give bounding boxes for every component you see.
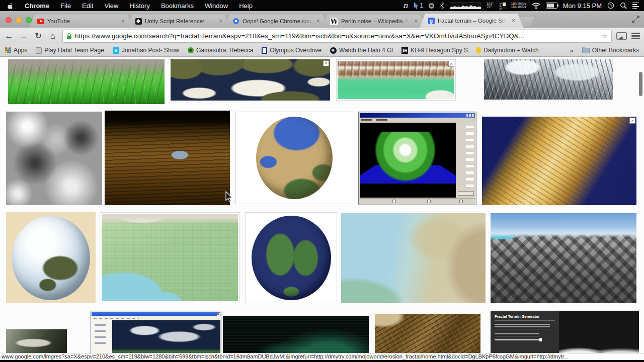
- memory-label: MEM: [499, 2, 502, 10]
- image-result-terrain-generator-app[interactable]: [358, 112, 476, 205]
- image-result-dark-world-map[interactable]: ×: [171, 59, 330, 101]
- image-result-blue-green-globe[interactable]: [246, 212, 337, 303]
- menu-bar-status-area: n 1 101° 79° MEM 189.7KB/s 154.1KB/s: [403, 1, 644, 10]
- status-orb-icon[interactable]: [429, 3, 434, 9]
- bookmark-olympus-overdrive[interactable]: Olympus Overdrive: [262, 47, 321, 54]
- tab-chrome-error[interactable]: Oops! Google Chrome cou ×: [224, 15, 328, 28]
- status-bar: www.google.com/imgres?sa=X&espv=210&es_s…: [0, 353, 644, 360]
- image-result-voxel-block-terrain[interactable]: [491, 213, 636, 303]
- bookmark-gamasutra[interactable]: Gamasutra: Rebecca: [188, 47, 253, 54]
- menu-help[interactable]: Help: [239, 2, 253, 10]
- reload-button[interactable]: ↻: [33, 32, 43, 40]
- image-result-green-topo-map[interactable]: [100, 212, 240, 303]
- tab-fractal-terrain-google[interactable]: g fractal terrain – Google Se ×: [420, 14, 523, 28]
- image-result-pastel-atlas-map[interactable]: [341, 213, 486, 303]
- chrome-menu-icon[interactable]: [631, 33, 640, 39]
- battery-icon[interactable]: [546, 3, 557, 9]
- tab-close-icon[interactable]: ×: [219, 18, 222, 24]
- bookmark-jonathan-post[interactable]: v Jonathan Post- Show: [113, 47, 179, 54]
- close-window-button[interactable]: [6, 17, 12, 23]
- google-icon: g: [428, 17, 435, 24]
- image-result-teal-wireframe-mountain[interactable]: [223, 316, 369, 353]
- mouse-locator-item[interactable]: 1: [414, 2, 424, 9]
- menu-edit[interactable]: Edit: [82, 2, 93, 10]
- image-result-cloudy-planet[interactable]: [6, 212, 96, 303]
- thumbnail-corner-icon[interactable]: ×: [448, 61, 454, 67]
- planet-sphere-art: [256, 117, 333, 199]
- tab-title: fractal terrain – Google Se: [438, 18, 509, 24]
- bookmark-dailymotion[interactable]: Dailymotion – Watch: [476, 47, 539, 54]
- screen-share-icon[interactable]: [616, 32, 627, 40]
- vimeo-icon: v: [113, 47, 119, 54]
- minimize-window-button[interactable]: [16, 17, 22, 23]
- generator-page-paragraph: [495, 323, 550, 329]
- menu-bookmarks[interactable]: Bookmarks: [161, 2, 194, 10]
- network-down: 154.1KB/s: [511, 6, 526, 9]
- notification-center-icon[interactable]: [632, 3, 639, 9]
- wifi-icon[interactable]: [532, 3, 540, 9]
- tab-youtube[interactable]: YouTube ×: [29, 15, 133, 28]
- other-bookmarks-folder[interactable]: Other Bookmarks: [582, 47, 639, 54]
- spotlight-search-icon[interactable]: [620, 2, 627, 9]
- tab-close-icon[interactable]: ×: [512, 18, 515, 24]
- tab-perlin-noise-wikipedia[interactable]: W Perlin noise – Wikipedia, t ×: [322, 15, 426, 28]
- bookmark-star-icon[interactable]: ☆: [601, 32, 608, 41]
- menu-view[interactable]: View: [104, 2, 118, 10]
- fullscreen-expand-icon[interactable]: [632, 16, 639, 23]
- macos-menu-bar: Chrome File Edit View History Bookmarks …: [0, 0, 644, 11]
- cpu-history-graph-icon[interactable]: [450, 2, 481, 9]
- olympus-icon: [262, 47, 267, 54]
- menu-file[interactable]: File: [60, 2, 71, 10]
- home-button[interactable]: ⌂: [48, 32, 58, 40]
- apple-icon[interactable]: [7, 2, 14, 10]
- wikipedia-icon: W: [330, 18, 338, 25]
- url-text[interactable]: https://www.google.com/search?q=fractal+…: [75, 32, 598, 40]
- mouse-cursor: [225, 191, 234, 203]
- thumbnail-corner-icon[interactable]: ×: [629, 118, 635, 124]
- bookmark-halo-4[interactable]: Watch the Halo 4 Gl: [330, 47, 393, 54]
- forward-button[interactable]: →: [19, 32, 29, 40]
- https-lock-icon: [66, 33, 72, 40]
- image-result-desert-planet-sphere[interactable]: [235, 112, 353, 204]
- bookmark-play-habit[interactable]: Play Habit Team Page: [36, 47, 104, 54]
- tab-close-icon[interactable]: ×: [316, 18, 320, 24]
- menu-history[interactable]: History: [129, 2, 149, 10]
- bookmark-label: Olympus Overdrive: [270, 47, 321, 54]
- kh9-icon: SH: [401, 47, 408, 54]
- tab-close-icon[interactable]: ×: [414, 18, 418, 24]
- bookmarks-overflow-chevron[interactable]: »: [570, 47, 573, 54]
- image-result-terraced-voxel-landscape[interactable]: [375, 314, 480, 353]
- bluetooth-icon[interactable]: [440, 2, 444, 9]
- bookmark-kh9-hexagon[interactable]: SH KH-9 Hexagon Spy S: [401, 47, 468, 54]
- memory-meter[interactable]: MEM: [499, 2, 506, 10]
- menu-app-name[interactable]: Chrome: [25, 2, 49, 10]
- image-result-snowy-peaks-photo[interactable]: [484, 59, 613, 100]
- image-result-dark-coastline[interactable]: [6, 329, 67, 353]
- tab-close-icon[interactable]: ×: [121, 18, 125, 24]
- tab-unity-script-reference[interactable]: Unity Script Reference: ×: [127, 15, 230, 28]
- generator-page-slider: [495, 339, 541, 340]
- address-bar[interactable]: https://www.google.com/search?q=fractal+…: [62, 30, 612, 43]
- apps-shortcut[interactable]: Apps: [5, 47, 27, 54]
- scrollbar-thumb[interactable]: [639, 72, 642, 96]
- bookmark-label: Jonathan Post- Show: [122, 47, 179, 54]
- time-machine-icon[interactable]: [607, 2, 614, 9]
- tab-title: Perlin noise – Wikipedia, t: [341, 18, 411, 24]
- bookmark-label: Watch the Halo 4 Gl: [339, 47, 393, 54]
- screen: Chrome File Edit View History Bookmarks …: [0, 0, 644, 362]
- image-result-brown-canyon-render[interactable]: [105, 111, 230, 205]
- temperature-readout[interactable]: 101° 79°: [487, 3, 493, 9]
- menu-window[interactable]: Window: [205, 2, 228, 10]
- image-result-alpine-relief-map[interactable]: ×: [336, 59, 456, 101]
- menu-clock-text[interactable]: Mon 9:15 PM: [563, 2, 602, 10]
- image-result-xp-world-map-app[interactable]: [91, 311, 221, 353]
- notational-velocity-icon[interactable]: n: [403, 1, 408, 10]
- back-button[interactable]: ←: [4, 32, 14, 40]
- network-speed-readout[interactable]: 189.7KB/s 154.1KB/s: [511, 3, 526, 9]
- tab-title: YouTube: [47, 18, 118, 24]
- image-result-perlin-noise-heightmap[interactable]: [6, 112, 102, 205]
- image-result-green-fractal-terrain[interactable]: [8, 59, 165, 104]
- image-result-fractal-generator-page[interactable]: Fractal Terrain Generator: [491, 311, 639, 353]
- image-result-gold-heightfield[interactable]: ×: [482, 117, 636, 205]
- thumbnail-corner-icon[interactable]: ×: [323, 60, 329, 66]
